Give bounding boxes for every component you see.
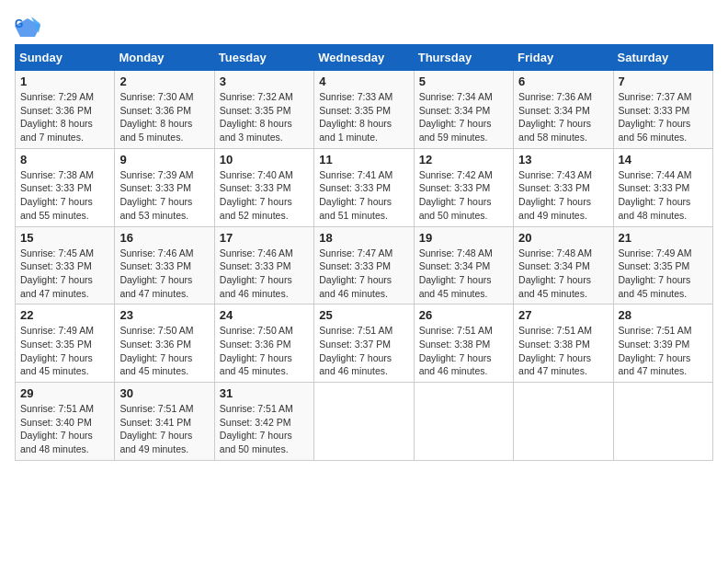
day-info: Sunrise: 7:51 AM Sunset: 3:41 PM Dayligh… <box>119 402 209 456</box>
day-info: Sunrise: 7:38 AM Sunset: 3:33 PM Dayligh… <box>20 168 109 223</box>
day-info: Sunrise: 7:41 AM Sunset: 3:33 PM Dayligh… <box>319 168 408 223</box>
calendar-cell: 2Sunrise: 7:30 AM Sunset: 3:36 PM Daylig… <box>115 71 214 149</box>
weekday-header-sunday: Sunday <box>16 45 115 71</box>
calendar-week-3: 15Sunrise: 7:45 AM Sunset: 3:33 PM Dayli… <box>16 226 713 304</box>
day-info: Sunrise: 7:39 AM Sunset: 3:33 PM Dayligh… <box>119 168 209 223</box>
calendar-cell: 4Sunrise: 7:33 AM Sunset: 3:35 PM Daylig… <box>314 71 414 149</box>
day-info: Sunrise: 7:44 AM Sunset: 3:33 PM Dayligh… <box>619 168 708 223</box>
day-info: Sunrise: 7:49 AM Sunset: 3:35 PM Dayligh… <box>20 324 109 378</box>
weekday-header-thursday: Thursday <box>414 45 513 71</box>
day-number: 20 <box>518 231 608 245</box>
calendar-cell: 19Sunrise: 7:48 AM Sunset: 3:34 PM Dayli… <box>414 226 513 304</box>
day-number: 15 <box>20 231 109 245</box>
calendar-cell: 27Sunrise: 7:51 AM Sunset: 3:38 PM Dayli… <box>514 304 613 383</box>
day-number: 13 <box>518 153 608 167</box>
day-info: Sunrise: 7:40 AM Sunset: 3:33 PM Dayligh… <box>220 168 309 223</box>
day-info: Sunrise: 7:42 AM Sunset: 3:33 PM Dayligh… <box>419 168 508 223</box>
calendar-cell: 26Sunrise: 7:51 AM Sunset: 3:38 PM Dayli… <box>414 304 513 383</box>
day-number: 3 <box>220 75 309 88</box>
calendar-cell: 17Sunrise: 7:46 AM Sunset: 3:33 PM Dayli… <box>214 226 313 304</box>
calendar-cell: 29Sunrise: 7:51 AM Sunset: 3:40 PM Dayli… <box>16 383 115 461</box>
calendar-cell: 24Sunrise: 7:50 AM Sunset: 3:36 PM Dayli… <box>214 304 313 383</box>
day-info: Sunrise: 7:36 AM Sunset: 3:34 PM Dayligh… <box>518 90 608 144</box>
day-info: Sunrise: 7:51 AM Sunset: 3:38 PM Dayligh… <box>518 324 608 378</box>
day-number: 27 <box>518 308 608 322</box>
day-number: 7 <box>619 75 708 88</box>
calendar-cell: 23Sunrise: 7:50 AM Sunset: 3:36 PM Dayli… <box>115 304 214 383</box>
weekday-header-saturday: Saturday <box>613 45 712 71</box>
calendar-cell: 25Sunrise: 7:51 AM Sunset: 3:37 PM Dayli… <box>314 304 414 383</box>
calendar-cell: 9Sunrise: 7:39 AM Sunset: 3:33 PM Daylig… <box>115 148 214 226</box>
day-number: 25 <box>319 308 408 322</box>
calendar-cell: 20Sunrise: 7:48 AM Sunset: 3:34 PM Dayli… <box>514 226 613 304</box>
logo: G <box>15 15 44 40</box>
day-number: 6 <box>518 75 608 88</box>
weekday-header-tuesday: Tuesday <box>214 45 313 71</box>
day-info: Sunrise: 7:30 AM Sunset: 3:36 PM Dayligh… <box>119 90 209 144</box>
calendar-cell: 31Sunrise: 7:51 AM Sunset: 3:42 PM Dayli… <box>214 383 313 461</box>
weekday-header-friday: Friday <box>514 45 613 71</box>
calendar-cell: 15Sunrise: 7:45 AM Sunset: 3:33 PM Dayli… <box>16 226 115 304</box>
weekday-row: SundayMondayTuesdayWednesdayThursdayFrid… <box>16 45 713 71</box>
calendar-week-1: 1Sunrise: 7:29 AM Sunset: 3:36 PM Daylig… <box>16 71 713 149</box>
calendar-cell: 8Sunrise: 7:38 AM Sunset: 3:33 PM Daylig… <box>16 148 115 226</box>
day-info: Sunrise: 7:45 AM Sunset: 3:33 PM Dayligh… <box>20 247 109 301</box>
day-info: Sunrise: 7:34 AM Sunset: 3:34 PM Dayligh… <box>419 90 508 144</box>
calendar-cell: 1Sunrise: 7:29 AM Sunset: 3:36 PM Daylig… <box>16 71 115 149</box>
day-number: 30 <box>119 386 209 400</box>
calendar-cell: 12Sunrise: 7:42 AM Sunset: 3:33 PM Dayli… <box>414 148 513 226</box>
weekday-header-monday: Monday <box>115 45 214 71</box>
day-number: 19 <box>419 231 508 245</box>
calendar-cell: 21Sunrise: 7:49 AM Sunset: 3:35 PM Dayli… <box>613 226 712 304</box>
calendar-week-2: 8Sunrise: 7:38 AM Sunset: 3:33 PM Daylig… <box>16 148 713 226</box>
day-number: 9 <box>119 153 209 167</box>
calendar-cell: 14Sunrise: 7:44 AM Sunset: 3:33 PM Dayli… <box>613 148 712 226</box>
day-info: Sunrise: 7:47 AM Sunset: 3:33 PM Dayligh… <box>319 247 408 301</box>
calendar-table: SundayMondayTuesdayWednesdayThursdayFrid… <box>15 44 713 461</box>
calendar-cell: 11Sunrise: 7:41 AM Sunset: 3:33 PM Dayli… <box>314 148 414 226</box>
day-number: 2 <box>119 75 209 88</box>
day-number: 24 <box>220 308 309 322</box>
calendar-cell: 28Sunrise: 7:51 AM Sunset: 3:39 PM Dayli… <box>613 304 712 383</box>
day-info: Sunrise: 7:51 AM Sunset: 3:42 PM Dayligh… <box>220 402 309 456</box>
day-info: Sunrise: 7:43 AM Sunset: 3:33 PM Dayligh… <box>518 168 608 223</box>
day-number: 8 <box>20 153 109 167</box>
calendar-cell: 22Sunrise: 7:49 AM Sunset: 3:35 PM Dayli… <box>16 304 115 383</box>
day-number: 28 <box>619 308 708 322</box>
day-info: Sunrise: 7:33 AM Sunset: 3:35 PM Dayligh… <box>319 90 408 144</box>
day-info: Sunrise: 7:49 AM Sunset: 3:35 PM Dayligh… <box>619 247 708 301</box>
calendar-cell: 16Sunrise: 7:46 AM Sunset: 3:33 PM Dayli… <box>115 226 214 304</box>
day-number: 31 <box>220 386 309 400</box>
day-number: 29 <box>20 386 109 400</box>
day-number: 23 <box>119 308 209 322</box>
calendar-header: SundayMondayTuesdayWednesdayThursdayFrid… <box>16 45 713 71</box>
day-number: 18 <box>319 231 408 245</box>
day-number: 17 <box>220 231 309 245</box>
day-info: Sunrise: 7:29 AM Sunset: 3:36 PM Dayligh… <box>20 90 109 144</box>
calendar-cell: 13Sunrise: 7:43 AM Sunset: 3:33 PM Dayli… <box>514 148 613 226</box>
day-info: Sunrise: 7:46 AM Sunset: 3:33 PM Dayligh… <box>220 247 309 301</box>
day-number: 12 <box>419 153 508 167</box>
calendar-cell: 3Sunrise: 7:32 AM Sunset: 3:35 PM Daylig… <box>214 71 313 149</box>
day-info: Sunrise: 7:51 AM Sunset: 3:38 PM Dayligh… <box>419 324 508 378</box>
logo-icon: G <box>15 15 40 40</box>
calendar-cell: 30Sunrise: 7:51 AM Sunset: 3:41 PM Dayli… <box>115 383 214 461</box>
day-info: Sunrise: 7:51 AM Sunset: 3:37 PM Dayligh… <box>319 324 408 378</box>
day-info: Sunrise: 7:46 AM Sunset: 3:33 PM Dayligh… <box>119 247 209 301</box>
calendar-cell: 18Sunrise: 7:47 AM Sunset: 3:33 PM Dayli… <box>314 226 414 304</box>
day-number: 22 <box>20 308 109 322</box>
day-info: Sunrise: 7:51 AM Sunset: 3:40 PM Dayligh… <box>20 402 109 456</box>
day-info: Sunrise: 7:48 AM Sunset: 3:34 PM Dayligh… <box>518 247 608 301</box>
day-info: Sunrise: 7:48 AM Sunset: 3:34 PM Dayligh… <box>419 247 508 301</box>
calendar-body: 1Sunrise: 7:29 AM Sunset: 3:36 PM Daylig… <box>16 71 713 461</box>
day-info: Sunrise: 7:51 AM Sunset: 3:39 PM Dayligh… <box>619 324 708 378</box>
day-number: 16 <box>119 231 209 245</box>
calendar-cell <box>414 383 513 461</box>
calendar-cell <box>314 383 414 461</box>
day-info: Sunrise: 7:50 AM Sunset: 3:36 PM Dayligh… <box>220 324 309 378</box>
calendar-cell <box>514 383 613 461</box>
calendar-week-4: 22Sunrise: 7:49 AM Sunset: 3:35 PM Dayli… <box>16 304 713 383</box>
day-info: Sunrise: 7:50 AM Sunset: 3:36 PM Dayligh… <box>119 324 209 378</box>
calendar-cell: 10Sunrise: 7:40 AM Sunset: 3:33 PM Dayli… <box>214 148 313 226</box>
calendar-cell: 5Sunrise: 7:34 AM Sunset: 3:34 PM Daylig… <box>414 71 513 149</box>
